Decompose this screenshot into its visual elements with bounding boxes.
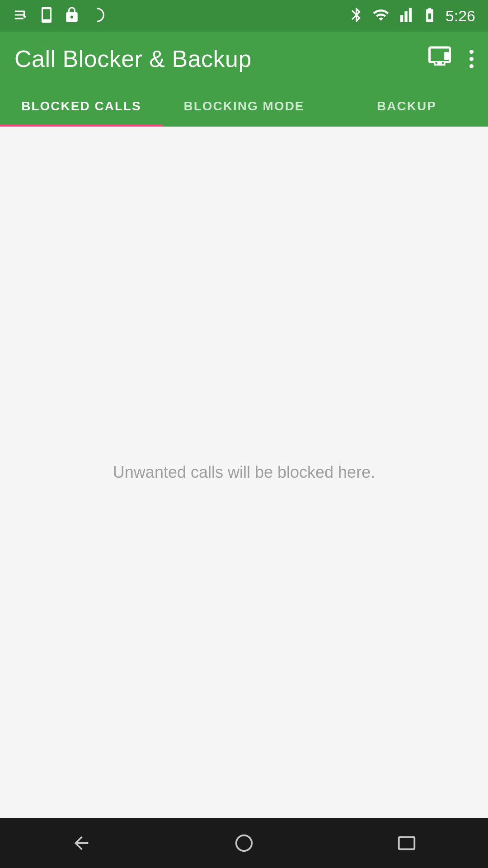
tab-blocked-calls[interactable]: BLOCKED CALLS [0, 86, 163, 127]
tab-blocking-mode[interactable]: BLOCKING MODE [163, 86, 325, 127]
svg-point-2 [236, 835, 252, 851]
empty-message: Unwanted calls will be blocked here. [113, 463, 375, 482]
svg-rect-1 [444, 52, 449, 60]
svg-point-0 [91, 8, 104, 21]
nav-home-button[interactable] [226, 825, 262, 861]
nav-recents-button[interactable] [389, 825, 425, 861]
nav-back-button[interactable] [63, 825, 99, 861]
app-title: Call Blocker & Backup [14, 45, 252, 72]
main-content: Unwanted calls will be blocked here. [0, 127, 488, 818]
nav-bar [0, 818, 488, 868]
status-bar-right-icons: 5:26 [348, 6, 475, 26]
multidevice-icon[interactable] [426, 43, 453, 75]
lock-icon [63, 6, 80, 26]
battery-icon [421, 6, 438, 26]
app-bar-actions [426, 43, 474, 75]
status-bar-left-icons [13, 6, 106, 26]
bluetooth-icon [348, 6, 365, 26]
more-options-icon[interactable] [469, 50, 474, 68]
app-bar: Call Blocker & Backup [0, 32, 488, 86]
tabs-bar: BLOCKED CALLS BLOCKING MODE BACKUP [0, 86, 488, 127]
screenshot-icon [38, 6, 55, 26]
notes-icon [13, 6, 30, 26]
tab-backup[interactable]: BACKUP [325, 86, 488, 127]
wifi-icon [372, 6, 389, 26]
sync-icon [89, 6, 106, 26]
signal-icon [397, 6, 414, 26]
svg-rect-3 [399, 837, 415, 849]
status-time: 5:26 [446, 7, 475, 25]
status-bar: 5:26 [0, 0, 488, 32]
